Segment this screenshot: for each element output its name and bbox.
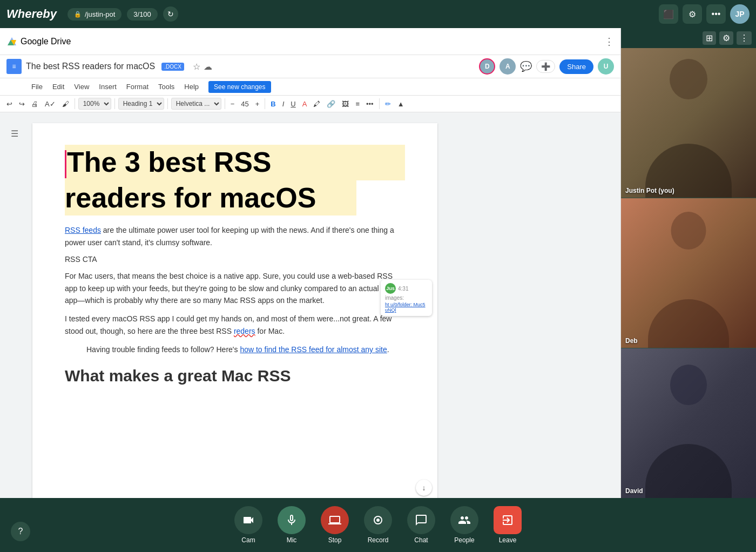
doc-heading-line2: readers for macOS [65, 183, 356, 213]
cam-button[interactable]: Cam [227, 506, 270, 544]
comment-icon[interactable]: 💬 [520, 60, 532, 72]
video-tile-justin: Justin Pot (you) [621, 48, 756, 198]
stop-button[interactable]: Stop [313, 506, 356, 544]
collapse-toolbar-button[interactable]: ▲ [395, 99, 407, 109]
leave-icon-circle [494, 506, 522, 534]
add-icon: ➕ [541, 62, 550, 71]
whereby-logo: Whereby [6, 7, 57, 21]
menu-help[interactable]: Help [180, 80, 203, 93]
align-button[interactable]: ≡ [353, 99, 362, 109]
more-formats-button[interactable]: ••• [364, 99, 376, 109]
doc-area: ☰ The 3 best RSS readers for macOS RSS f… [0, 112, 620, 498]
video-content-david [621, 348, 756, 498]
comment-panel: Jus 4:31 images: ht u/0/folder: Muc5uNQl [381, 280, 432, 316]
record-button[interactable]: Record [356, 506, 400, 544]
divider-4 [225, 98, 225, 109]
lock-icon: 🔒 [74, 11, 82, 18]
undo-button[interactable]: ↩ [4, 99, 15, 109]
collab-avatar-2: A [500, 58, 516, 75]
sidebar-toggle[interactable]: ☰ [11, 123, 27, 487]
menu-file[interactable]: File [27, 80, 47, 93]
counter-badge: 3/100 [127, 8, 158, 21]
see-new-changes-button[interactable]: See new changes [208, 81, 271, 93]
url-badge: 🔒 /justin-pot [68, 8, 122, 21]
menu-view[interactable]: View [70, 80, 93, 93]
doc-cta: RSS CTA [65, 255, 405, 264]
text-color-button[interactable]: A [300, 99, 309, 109]
leave-button[interactable]: Leave [486, 506, 529, 544]
stop-icon-circle [321, 506, 349, 534]
divider-5 [265, 98, 265, 109]
mic-label: Mic [287, 536, 297, 544]
record-icon [372, 514, 384, 527]
menu-insert[interactable]: Insert [94, 80, 121, 93]
comment-link[interactable]: ht u/0/folder: Muc5uNQl [385, 302, 428, 313]
screenshare-button[interactable]: ⬛ [659, 4, 678, 24]
video-more-button[interactable]: ⋮ [737, 31, 752, 45]
paint-format-button[interactable]: 🖌 [60, 99, 71, 109]
divider-6 [379, 98, 380, 109]
font-select[interactable]: Helvetica ... [171, 98, 221, 110]
print-button[interactable]: 🖨 [29, 99, 40, 109]
people-button[interactable]: People [443, 506, 486, 544]
star-icon[interactable]: ☆ [193, 62, 200, 72]
chat-button[interactable]: Chat [400, 506, 443, 544]
style-select[interactable]: Heading 1 [118, 98, 164, 110]
grid-view-button[interactable]: ⊞ [703, 31, 716, 45]
bold-button[interactable]: B [268, 99, 278, 109]
gdrive-header: Google Drive ⋮ [0, 28, 620, 55]
decrease-font-button[interactable]: − [228, 99, 237, 109]
divider-3 [167, 98, 168, 109]
highlight-button[interactable]: 🖍 [311, 99, 322, 109]
more-options-button[interactable]: ••• [706, 4, 726, 24]
italic-button[interactable]: I [280, 99, 287, 109]
video-panel-header: ⊞ ⚙ ⋮ [621, 28, 756, 48]
url-text: /justin-pot [85, 10, 115, 18]
help-button[interactable]: ? [11, 522, 30, 541]
increase-font-button[interactable]: + [253, 99, 262, 109]
doc-heading-block2: readers for macOS [65, 180, 356, 216]
divider-1 [75, 98, 75, 109]
refresh-button[interactable]: ↻ [163, 6, 178, 22]
gdrive-panel: Google Drive ⋮ ≡ The best RSS readers fo… [0, 28, 621, 498]
cursor [65, 150, 66, 178]
link-button[interactable]: 🔗 [325, 99, 338, 109]
image-button[interactable]: 🖼 [340, 99, 351, 109]
edit-mode-button[interactable]: ✏ [383, 99, 393, 109]
spellcheck-button[interactable]: A✓ [43, 99, 58, 109]
user-doc-avatar: U [598, 58, 614, 75]
cam-label: Cam [241, 536, 255, 544]
reders-link[interactable]: reders [234, 327, 255, 335]
top-bar: Whereby 🔒 /justin-pot 3/100 ↻ ⬛ ⚙ ••• JP [0, 0, 756, 28]
settings-button[interactable]: ⚙ [683, 4, 702, 24]
blockquote-link[interactable]: how to find the RSS feed for almost any … [240, 345, 387, 354]
video-label-deb: Deb [625, 337, 638, 345]
scroll-down-button[interactable]: ↓ [416, 480, 432, 496]
menu-format[interactable]: Format [122, 80, 153, 93]
video-settings-button[interactable]: ⚙ [719, 31, 733, 45]
record-label: Record [368, 536, 389, 544]
video-panel: ⊞ ⚙ ⋮ Justin Pot (you) Deb [621, 28, 756, 498]
cam-icon-circle [234, 506, 262, 534]
people-label: People [454, 536, 474, 544]
mic-button[interactable]: Mic [270, 506, 313, 544]
add-comment-btn[interactable]: ➕ [536, 60, 555, 73]
divider-2 [114, 98, 115, 109]
chat-label: Chat [414, 536, 428, 544]
menu-tools[interactable]: Tools [154, 80, 179, 93]
doc-heading-line1: The 3 best RSS [65, 147, 405, 178]
doc-body-2: For Mac users, that means the best choic… [65, 270, 405, 306]
gdrive-title: Google Drive [21, 37, 71, 46]
redo-button[interactable]: ↪ [17, 99, 27, 109]
gdrive-menu-button[interactable]: ⋮ [604, 36, 614, 48]
menu-edit[interactable]: Edit [48, 80, 69, 93]
doc-header: ≡ The best RSS readers for macOS .DOCX ☆… [0, 55, 620, 78]
rss-feeds-link[interactable]: RSS feeds [65, 226, 101, 234]
cloud-icon[interactable]: ☁ [204, 62, 212, 72]
doc-file-icon: ≡ [6, 59, 22, 74]
zoom-select[interactable]: 100% [78, 98, 111, 110]
user-avatar[interactable]: JP [730, 4, 750, 24]
video-content-justin [621, 48, 756, 198]
share-button[interactable]: Share [559, 59, 593, 74]
underline-button[interactable]: U [288, 99, 298, 109]
